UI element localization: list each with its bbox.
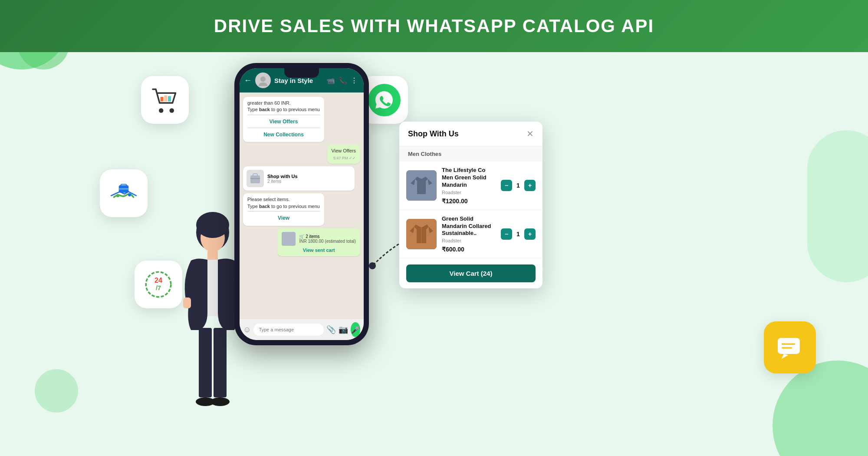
- svg-point-0: [159, 108, 164, 113]
- qty-decrease-1[interactable]: −: [501, 180, 512, 191]
- svg-rect-15: [782, 347, 792, 349]
- qty-value-2: 1: [515, 231, 522, 238]
- cart-info: 🛒 2 items INR 1800.00 (estimated total): [299, 234, 356, 244]
- view-link[interactable]: View: [247, 213, 320, 223]
- phone-outer: ← Stay in Style 📹 📞 ⋮ greater than 60 IN…: [234, 63, 369, 345]
- whatsapp-logo: [368, 84, 401, 116]
- product-item-2: Green Solid Mandarin Collared Sustainabl…: [399, 210, 542, 259]
- svg-point-9: [128, 193, 131, 196]
- svg-rect-19: [207, 251, 218, 260]
- svg-rect-20: [207, 260, 218, 316]
- cart-thumbnail: [282, 232, 296, 246]
- svg-rect-4: [168, 96, 171, 101]
- menu-icon[interactable]: ⋮: [351, 76, 358, 85]
- shop-card-icon: [247, 170, 264, 187]
- svg-point-8: [116, 194, 119, 197]
- chat-bubble-icon: [775, 332, 805, 363]
- msg-conditions: greater than 60 INR. Type back to go to …: [243, 97, 324, 142]
- bg-decoration-br: [773, 360, 868, 456]
- chat-contact-name: Stay in Style: [274, 77, 323, 84]
- product-info-1: The Lifestyle Co Men Green Solid Mandari…: [442, 167, 496, 205]
- phone-screen: ← Stay in Style 📹 📞 ⋮ greater than 60 IN…: [240, 68, 364, 340]
- popup-title: Shop With Us: [408, 129, 459, 139]
- svg-rect-2: [161, 97, 164, 102]
- popup-header: Shop With Us ✕: [399, 122, 542, 146]
- product-item-1: The Lifestyle Co Men Green Solid Mandari…: [399, 162, 542, 210]
- qty-increase-1[interactable]: +: [524, 180, 536, 191]
- svg-text:24: 24: [155, 276, 162, 284]
- svg-point-29: [260, 76, 266, 82]
- cart-summary-bubble: 🛒 2 items INR 1800.00 (estimated total) …: [277, 228, 360, 256]
- msg-please-select: Please select items. Type back to go to …: [243, 193, 324, 226]
- msg-sent-view-offers: View Offers 5:47 PM ✓✓: [327, 145, 360, 164]
- popup-close-button[interactable]: ✕: [526, 129, 534, 139]
- chat-input-bar: ☺ 📎 📷 🎤: [240, 319, 364, 340]
- shop-card-subtitle: 2 items: [267, 179, 298, 184]
- product-price-2: ₹600.00: [442, 246, 496, 253]
- attach-icon[interactable]: 📎: [326, 325, 336, 334]
- chat-input-field[interactable]: [253, 324, 324, 336]
- qty-control-2: − 1 +: [501, 228, 536, 240]
- new-collections-link[interactable]: New Collections: [247, 129, 320, 139]
- 247-icon: 24 /7: [143, 269, 174, 300]
- msg-time: 5:47 PM ✓✓: [332, 155, 356, 161]
- product-thumb-1: [406, 170, 437, 201]
- cart-items-count: 🛒 2 items: [299, 234, 356, 239]
- svg-rect-28: [183, 297, 191, 308]
- header-title: DRIVE SALES WITH WHATSAPP CATALOG API: [214, 16, 654, 36]
- product-name-2: Green Solid Mandarin Collared Sustainabl…: [442, 215, 496, 238]
- svg-rect-6: [121, 184, 127, 186]
- cart-icon-card: [141, 76, 189, 124]
- video-call-icon[interactable]: 📹: [326, 76, 335, 85]
- qty-increase-2[interactable]: +: [524, 228, 536, 240]
- svg-point-18: [196, 212, 229, 238]
- view-cart-button[interactable]: View Cart (24): [406, 264, 536, 282]
- bg-decoration-bl: [35, 369, 78, 413]
- svg-point-27: [210, 397, 230, 406]
- bg-decoration-mid-r: [807, 130, 868, 282]
- cart-icon: [150, 85, 180, 115]
- svg-rect-25: [214, 328, 227, 397]
- svg-point-36: [369, 262, 376, 269]
- shop-catalog-popup: Shop With Us ✕ Men Clothes The Lifestyle…: [399, 122, 542, 288]
- qty-control-1: − 1 +: [501, 180, 536, 191]
- svg-point-1: [170, 108, 174, 113]
- chat-icon-card: [764, 321, 816, 373]
- msg-view-offers-text: View Offers: [332, 148, 356, 153]
- cart-total-text: INR 1800.00 (estimated total): [299, 239, 356, 244]
- msg-type-back: Type back to go to previous menu: [247, 204, 320, 209]
- back-arrow-icon[interactable]: ←: [244, 76, 252, 85]
- view-offers-link[interactable]: View Offers: [247, 116, 320, 126]
- camera-icon[interactable]: 📷: [339, 325, 348, 334]
- svg-text:/7: /7: [156, 284, 161, 291]
- product-name-1: The Lifestyle Co Men Green Solid Mandari…: [442, 167, 496, 189]
- msg-please-select-text: Please select items.: [247, 197, 290, 202]
- product-info-2: Green Solid Mandarin Collared Sustainabl…: [442, 215, 496, 253]
- mic-button[interactable]: 🎤: [351, 322, 360, 337]
- view-sent-cart-link[interactable]: View sent cart: [282, 248, 356, 253]
- qty-decrease-2[interactable]: −: [501, 228, 512, 240]
- phone-call-icon[interactable]: 📞: [339, 76, 347, 85]
- product-brand-1: Roadster: [442, 190, 496, 195]
- qty-value-1: 1: [515, 182, 522, 189]
- svg-rect-24: [199, 328, 212, 397]
- product-thumb-2: [406, 219, 437, 249]
- msg-conditions-text: greater than 60 INR.: [247, 100, 291, 106]
- shop-card-title: Shop with Us: [267, 174, 298, 179]
- svg-rect-13: [778, 338, 800, 354]
- svg-rect-14: [782, 343, 796, 345]
- svg-rect-31: [253, 174, 257, 176]
- svg-rect-3: [164, 96, 167, 102]
- phone-notch: [284, 68, 319, 78]
- chat-avatar: [255, 73, 271, 88]
- cart-row: 🛒 2 items INR 1800.00 (estimated total): [282, 232, 356, 246]
- popup-category: Men Clothes: [399, 146, 542, 162]
- header-banner: DRIVE SALES WITH WHATSAPP CATALOG API: [0, 0, 868, 52]
- handshake-icon: [108, 178, 139, 209]
- emoji-icon[interactable]: ☺: [243, 325, 251, 334]
- product-price-1: ₹1200.00: [442, 198, 496, 205]
- shop-with-us-card: Shop with Us 2 items: [243, 166, 355, 191]
- phone-mockup: ← Stay in Style 📹 📞 ⋮ greater than 60 IN…: [234, 63, 369, 345]
- shop-card-text: Shop with Us 2 items: [267, 174, 298, 184]
- product-brand-2: Roadster: [442, 238, 496, 243]
